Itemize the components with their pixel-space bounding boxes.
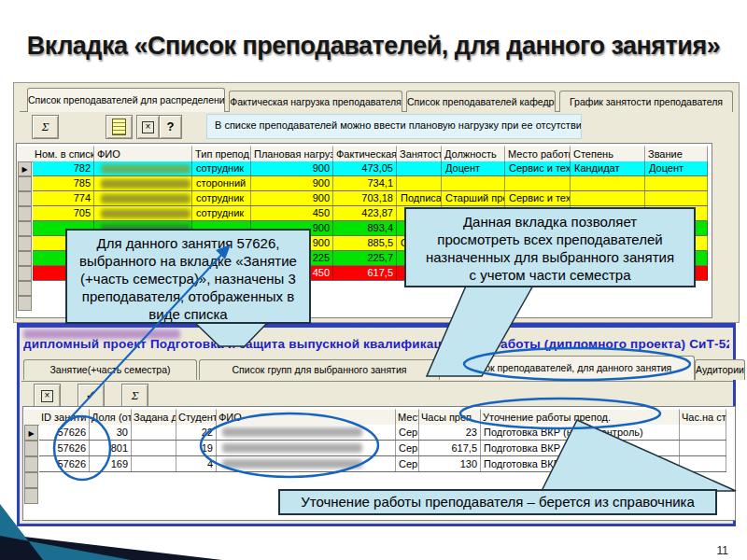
callout-tab-purpose: Данная вкладка позволяет просмотреть все… xyxy=(404,207,696,287)
callout-line: Уточнение работы преподавателя – берется… xyxy=(280,491,715,513)
callout-line: преподавателя, отображенных в xyxy=(67,287,309,305)
callout-line: Для данного занятия 57626, xyxy=(67,234,309,252)
callout-lesson-teachers: Для данного занятия 57626, выбранного на… xyxy=(65,229,311,324)
callout-work-refinement: Уточнение работы преподавателя – берется… xyxy=(278,489,717,515)
callout-line: с учетом части семестра xyxy=(406,266,694,284)
callout-line: выбранного на вкладке «Занятие xyxy=(67,252,309,270)
callout-line: Данная вкладка позволяет xyxy=(406,213,694,231)
callout2-tail xyxy=(427,284,534,376)
slide: Вкладка «Список преподавателей, для данн… xyxy=(0,0,747,560)
callout-line: виде списка xyxy=(67,305,309,323)
callout3-tail xyxy=(542,420,736,491)
callout-line: назначенных для выбранного занятия xyxy=(406,248,694,266)
callout-line: (+часть семестра)», назначены 3 xyxy=(67,270,309,287)
callout-line: просмотреть всех преподавателей xyxy=(406,231,694,248)
